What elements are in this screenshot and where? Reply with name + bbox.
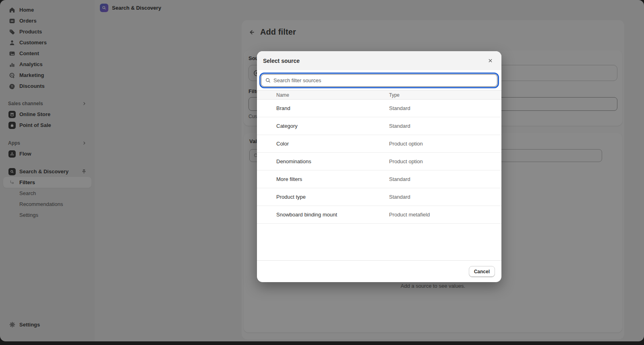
table-row-product-type[interactable]: Product type Standard bbox=[257, 188, 501, 206]
table-header: Name Type bbox=[257, 90, 501, 100]
filter-sources-search[interactable] bbox=[261, 74, 497, 87]
table-row-color[interactable]: Color Product option bbox=[257, 135, 501, 153]
cancel-button[interactable]: Cancel bbox=[469, 266, 495, 277]
modal-title: Select source bbox=[263, 58, 300, 64]
table-row-snowboard-binding-mount[interactable]: Snowboard binding mount Product metafiel… bbox=[257, 206, 501, 224]
table-row-denominations[interactable]: Denominations Product option bbox=[257, 153, 501, 170]
column-header-type: Type bbox=[389, 92, 501, 98]
close-icon[interactable] bbox=[485, 56, 495, 66]
table-row-category[interactable]: Category Standard bbox=[257, 117, 501, 135]
table-row-brand[interactable]: Brand Standard bbox=[257, 100, 501, 117]
select-source-modal: Select source Name Type Brand Standard C… bbox=[257, 51, 501, 282]
modal-footer: Cancel bbox=[257, 260, 501, 282]
search-icon bbox=[265, 77, 271, 83]
modal-search-row bbox=[257, 70, 501, 90]
column-header-name: Name bbox=[257, 92, 389, 98]
modal-header: Select source bbox=[257, 51, 501, 70]
search-filter-sources-input[interactable] bbox=[273, 77, 493, 83]
table-row-more-filters[interactable]: More filters Standard bbox=[257, 170, 501, 188]
